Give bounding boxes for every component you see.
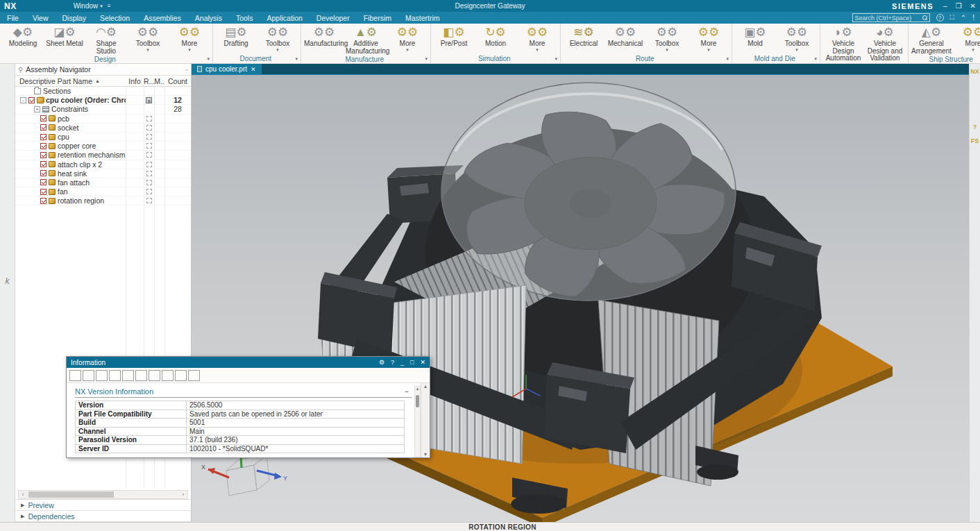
ribbon-button[interactable]: ⚙ Mechanical ▾ (605, 25, 645, 48)
scroll-up-icon[interactable]: ▲ (415, 387, 420, 391)
alerts-icon[interactable]: ! (972, 14, 974, 22)
command-search-input[interactable]: Search (Ctrl+Space) (852, 13, 930, 22)
fan-dome[interactable] (441, 83, 736, 301)
ribbon-button[interactable]: ⚙ General Arrangement ▾ (911, 25, 952, 55)
help-icon[interactable]: ? (936, 14, 944, 22)
ribbon-button[interactable]: ⚙ More ▾ (387, 25, 428, 52)
ribbon-button[interactable]: ⚙ Modeling ▾ (3, 25, 43, 48)
ribbon-button[interactable]: ⚙ Manufacturing ▾ (304, 25, 344, 48)
close-icon[interactable]: ✕ (420, 359, 425, 366)
ribbon-button[interactable]: ⚙ Motion ▾ (475, 25, 516, 48)
group-dialog-launcher-icon[interactable]: ▾ (295, 56, 298, 62)
menu-item[interactable]: Application (260, 12, 309, 24)
component-checkbox[interactable] (28, 97, 35, 103)
tree-row[interactable]: heat sink (15, 169, 191, 178)
ribbon-button[interactable]: ⚙ Toolbox ▾ (257, 25, 298, 52)
collapsible-section[interactable]: ▶ Preview (15, 499, 191, 510)
minimize-ribbon-icon[interactable]: ⌃ (961, 14, 966, 22)
menu-item[interactable]: Tools (229, 12, 260, 24)
ribbon-button[interactable]: ⚙ Toolbox ▾ (647, 25, 687, 52)
tree-row[interactable]: fan attach (15, 178, 191, 187)
ribbon-button[interactable]: ⚙ More ▾ (953, 25, 980, 52)
menu-item[interactable]: Fibersim (357, 12, 398, 24)
window-menu[interactable]: Window ▾ ≡ (74, 2, 111, 10)
menu-item[interactable]: View (26, 12, 56, 24)
fullscreen-icon[interactable]: ⛶ (950, 14, 954, 22)
tree-expander[interactable]: - (20, 97, 26, 103)
scroll-right-icon[interactable]: › (179, 491, 187, 498)
ribbon-button[interactable]: ⚙ Additive Manufacturing ▾ (346, 25, 386, 55)
collapse-section-icon[interactable]: − (405, 388, 412, 396)
menu-item[interactable]: Display (56, 12, 93, 24)
ribbon-button[interactable]: ⚙ Electrical ▾ (564, 25, 604, 48)
restore-button[interactable]: ❐ (956, 2, 962, 10)
float-panel-icon[interactable]: ▫ (185, 66, 188, 74)
tree-row[interactable]: cpu (15, 133, 191, 142)
ribbon-button[interactable]: ⚙ Drafting ▾ (216, 25, 256, 48)
menu-item[interactable]: Mastertrim (398, 12, 447, 24)
tree-row[interactable]: fan (15, 187, 191, 196)
component-checkbox[interactable] (40, 189, 47, 195)
group-dialog-launcher-icon[interactable]: ▾ (207, 56, 210, 62)
scroll-thumb[interactable] (416, 395, 419, 407)
horizontal-scrollbar[interactable]: ‹ › (18, 490, 188, 499)
minimize-button[interactable]: – (943, 2, 947, 10)
tree-row[interactable]: socket (15, 124, 191, 133)
group-dialog-launcher-icon[interactable]: ▾ (425, 56, 428, 62)
ribbon-button[interactable]: ⚙ Vehicle Design and Validation ▾ (865, 25, 905, 62)
outer-scrollbar[interactable]: ▲ ▼ (421, 383, 430, 457)
menu-item[interactable]: Analysis (188, 12, 229, 24)
close-button[interactable]: ✕ (970, 2, 976, 10)
tab-close-icon[interactable]: ✕ (251, 66, 256, 73)
menu-item[interactable]: Developer (310, 12, 357, 24)
ribbon-button[interactable]: ⚙ Sheet Metal ▾ (44, 25, 85, 48)
scroll-up-icon[interactable]: ▲ (423, 384, 428, 389)
tree-expander[interactable]: + (34, 106, 40, 112)
ribbon-button[interactable]: ⚙ Vehicle Design Automation ▾ (823, 25, 863, 62)
scroll-down-icon[interactable]: ▼ (423, 452, 428, 457)
collapsible-section[interactable]: ▶ Dependencies (15, 510, 191, 521)
tree-row[interactable]: pcb (15, 115, 191, 124)
tree-row[interactable]: Sections (15, 87, 191, 96)
tree-row[interactable]: copper core (15, 142, 191, 151)
ribbon-button[interactable]: ⚙ More ▾ (169, 25, 210, 52)
settings-gear-icon[interactable]: ⚙ (379, 359, 385, 366)
component-checkbox[interactable] (40, 152, 47, 158)
information-window-titlebar[interactable]: Information ⚙ ? _ □ ✕ (67, 357, 430, 368)
tree-column-headers[interactable]: Descriptive Part Name▲ Info R... M.. Cou… (15, 76, 191, 87)
ribbon-button[interactable]: ⚙ Toolbox ▾ (128, 25, 168, 52)
component-checkbox[interactable] (40, 179, 47, 185)
tab-cpu-cooler[interactable]: cpu cooler.prt ✕ (192, 64, 262, 74)
component-checkbox[interactable] (40, 170, 47, 176)
qat-customize-icon[interactable]: ≡ (108, 3, 111, 9)
scroll-thumb[interactable] (28, 491, 114, 498)
group-dialog-launcher-icon[interactable]: ▾ (726, 56, 729, 62)
group-dialog-launcher-icon[interactable]: ▾ (555, 56, 557, 62)
ribbon-button[interactable]: ⚙ More ▾ (688, 25, 729, 52)
component-checkbox[interactable] (40, 161, 47, 167)
pin-icon[interactable]: ⚲ (18, 66, 23, 74)
minimize-icon[interactable]: _ (400, 359, 404, 366)
tree-row[interactable]: + Constraints 28 (15, 105, 191, 114)
ribbon-button[interactable]: ⚙ Pre/Post ▾ (434, 25, 474, 48)
component-checkbox[interactable] (40, 143, 47, 149)
information-window[interactable]: Information ⚙ ? _ □ ✕ NX Version Informa… (66, 356, 430, 458)
tree-row[interactable]: - cpu cooler (Order: Chronologic... 12 (15, 96, 191, 105)
ribbon-button[interactable]: ⚙ Shape Studio ▾ (86, 25, 126, 55)
component-checkbox[interactable] (40, 124, 47, 130)
ribbon-button[interactable]: ⚙ Toolbox ▾ (777, 25, 817, 52)
ribbon-button[interactable]: ⚙ More ▾ (517, 25, 557, 52)
component-checkbox[interactable] (40, 198, 47, 204)
menu-item[interactable]: File (0, 12, 26, 24)
tree-row[interactable]: retention mechanism (15, 151, 191, 160)
component-checkbox[interactable] (40, 115, 47, 121)
ribbon-button[interactable]: ⚙ Mold ▾ (735, 25, 775, 48)
tree-row[interactable]: attach clip x 2 (15, 160, 191, 169)
group-dialog-launcher-icon[interactable]: ▾ (814, 56, 817, 62)
scroll-track[interactable] (27, 491, 179, 498)
maximize-icon[interactable]: □ (410, 359, 414, 366)
scroll-left-icon[interactable]: ‹ (19, 491, 27, 498)
inner-scrollbar[interactable]: ▲ (414, 386, 421, 457)
help-icon[interactable]: ? (391, 359, 394, 366)
tree-row[interactable]: rotation region (15, 196, 191, 205)
